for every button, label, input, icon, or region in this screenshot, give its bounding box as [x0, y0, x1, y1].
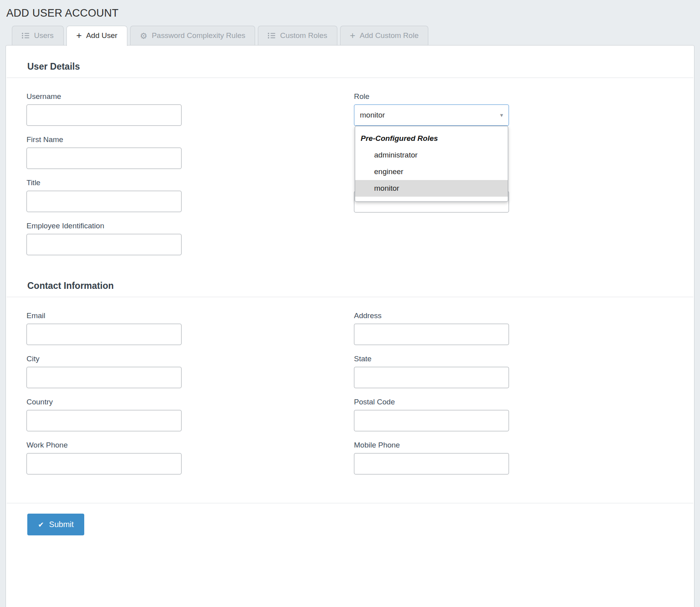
username-input[interactable]: [26, 104, 182, 126]
user-details-section-title: User Details: [7, 46, 693, 78]
state-label: State: [354, 355, 509, 363]
postal-code-field: Postal Code: [354, 398, 509, 431]
tab-bar: Users + Add User ⚙ Password Complexity R…: [12, 26, 700, 45]
username-label: Username: [26, 92, 182, 101]
employee-identification-field: Employee Identification: [26, 222, 182, 255]
page-title: ADD USER ACCOUNT: [0, 0, 700, 26]
gear-icon: ⚙: [140, 32, 148, 40]
plus-icon: +: [350, 31, 356, 40]
work-phone-input[interactable]: [26, 453, 182, 474]
role-option-monitor[interactable]: monitor: [355, 180, 508, 197]
role-option-engineer[interactable]: engineer: [355, 163, 508, 180]
work-phone-label: Work Phone: [26, 441, 182, 450]
tab-add-custom-role-label: Add Custom Role: [360, 31, 419, 40]
role-dropdown: Pre-Configured Roles administrator engin…: [355, 126, 508, 202]
country-input[interactable]: [26, 410, 182, 431]
role-field: Role monitor ▾ Pre-Configured Roles admi…: [354, 92, 509, 126]
employee-identification-input[interactable]: [26, 234, 182, 255]
list-icon: [22, 32, 30, 39]
country-label: Country: [26, 398, 182, 406]
city-input[interactable]: [26, 367, 182, 388]
email-label: Email: [26, 311, 182, 320]
title-label: Title: [26, 178, 182, 187]
email-input[interactable]: [26, 324, 182, 345]
contact-left-column: Email City Country Work Phone: [26, 311, 182, 484]
tab-password-rules-label: Password Complexity Rules: [152, 31, 246, 40]
user-details-right-column: Role monitor ▾ Pre-Configured Roles admi…: [354, 92, 509, 265]
mobile-phone-label: Mobile Phone: [354, 441, 509, 450]
contact-information-form: Email City Country Work Phone: [6, 297, 694, 484]
submit-button[interactable]: ✔ Submit: [27, 514, 84, 535]
user-details-left-column: Username First Name Title Employee Ident…: [26, 92, 182, 265]
email-field: Email: [26, 311, 182, 345]
role-select[interactable]: monitor ▾: [354, 104, 509, 126]
country-field: Country: [26, 398, 182, 431]
user-details-form: Username First Name Title Employee Ident…: [6, 78, 694, 265]
employee-identification-label: Employee Identification: [26, 222, 182, 230]
chevron-down-icon: ▾: [500, 112, 503, 119]
address-field: Address: [354, 311, 509, 345]
mobile-phone-field: Mobile Phone: [354, 441, 509, 474]
tab-add-custom-role[interactable]: + Add Custom Role: [340, 26, 429, 45]
mobile-phone-input[interactable]: [354, 453, 509, 474]
role-option-administrator[interactable]: administrator: [355, 147, 508, 163]
plus-icon: +: [76, 31, 82, 40]
address-label: Address: [354, 311, 509, 320]
state-field: State: [354, 355, 509, 388]
contact-information-section-title: Contact Information: [7, 265, 693, 297]
city-field: City: [26, 355, 182, 388]
username-field: Username: [26, 92, 182, 126]
tab-add-user[interactable]: + Add User: [66, 26, 127, 46]
address-input[interactable]: [354, 324, 509, 345]
role-select-value: monitor: [360, 111, 385, 120]
postal-code-label: Postal Code: [354, 398, 509, 406]
contact-right-column: Address State Postal Code Mobile Phone: [354, 311, 509, 484]
role-label: Role: [354, 92, 509, 101]
postal-code-input[interactable]: [354, 410, 509, 431]
form-footer: ✔ Submit: [7, 503, 693, 535]
tab-users-label: Users: [34, 31, 54, 40]
first-name-label: First Name: [26, 135, 182, 144]
tab-users[interactable]: Users: [12, 26, 64, 45]
tab-password-complexity-rules[interactable]: ⚙ Password Complexity Rules: [130, 26, 255, 45]
first-name-input[interactable]: [26, 148, 182, 169]
work-phone-field: Work Phone: [26, 441, 182, 474]
screen: ADD USER ACCOUNT Users + Add User ⚙ Pass…: [0, 0, 700, 607]
role-dropdown-group-label: Pre-Configured Roles: [355, 130, 508, 147]
check-icon: ✔: [38, 521, 44, 528]
state-input[interactable]: [354, 367, 509, 388]
submit-button-label: Submit: [49, 520, 74, 529]
city-label: City: [26, 355, 182, 363]
tab-custom-roles-label: Custom Roles: [280, 31, 327, 40]
first-name-field: First Name: [26, 135, 182, 169]
add-user-panel: User Details Username First Name Title E…: [6, 45, 694, 607]
tab-custom-roles[interactable]: Custom Roles: [258, 26, 337, 45]
list-icon: [268, 32, 276, 39]
tab-add-user-label: Add User: [86, 31, 117, 40]
title-field: Title: [26, 178, 182, 212]
title-input[interactable]: [26, 191, 182, 212]
